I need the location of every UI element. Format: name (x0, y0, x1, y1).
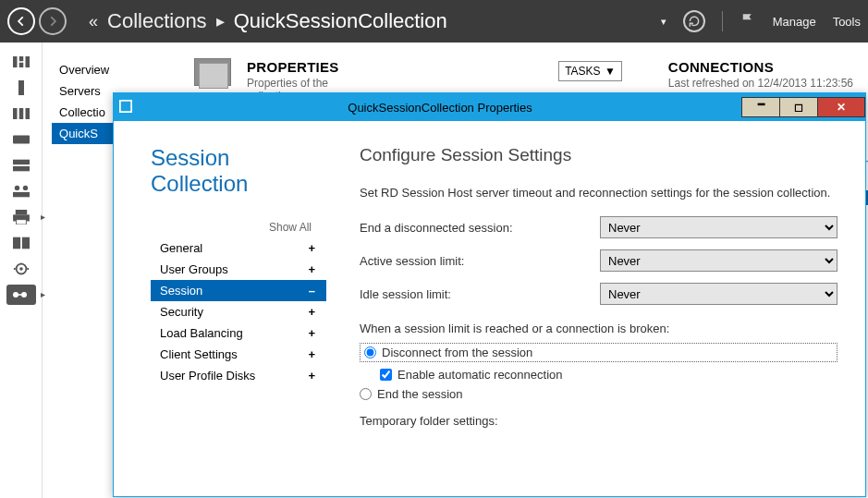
radio-disconnect-row[interactable]: Disconnect from the session (360, 343, 837, 362)
svg-rect-10 (13, 166, 30, 171)
settings-heading: Configure Session Settings (360, 145, 837, 165)
strip-dashboard-icon[interactable] (6, 52, 36, 72)
svg-rect-4 (18, 80, 24, 95)
strip-remote-access-icon[interactable] (6, 233, 36, 253)
svg-rect-0 (13, 56, 18, 67)
cat-label: Security (160, 305, 203, 319)
strip-print-icon[interactable]: ▸ (6, 207, 36, 227)
dialog-left-pane: Session Collection Show All General+ Use… (151, 145, 326, 496)
cat-label: User Groups (160, 262, 228, 276)
svg-rect-16 (16, 220, 26, 225)
svg-rect-17 (13, 237, 20, 249)
divider (722, 11, 723, 31)
svg-point-13 (22, 186, 27, 190)
collection-icon (199, 63, 228, 89)
caret-down-icon: ▼ (605, 65, 616, 78)
select-active-limit[interactable]: Never (600, 249, 837, 272)
expand-icon: + (308, 326, 315, 340)
svg-point-21 (13, 292, 18, 298)
cat-session[interactable]: Session– (151, 280, 326, 301)
label-active-limit: Active session limit: (360, 254, 600, 268)
tasks-dropdown[interactable]: TASKS ▼ (558, 61, 622, 81)
window-controls: ━ ◻ ✕ (742, 97, 865, 117)
connections-title: CONNECTIONS (668, 59, 853, 75)
radio-disconnect[interactable] (364, 346, 376, 358)
cat-client-settings[interactable]: Client Settings+ (151, 344, 326, 365)
radio-disconnect-label: Disconnect from the session (382, 346, 532, 359)
strip-nap-icon[interactable] (6, 181, 36, 201)
cat-label: Load Balancing (160, 326, 243, 340)
cat-label: Client Settings (160, 347, 238, 361)
dialog-body: Session Collection Show All General+ Use… (114, 121, 865, 496)
expand-icon: + (308, 347, 315, 361)
maximize-button[interactable]: ◻ (779, 97, 818, 117)
row-end-disconnected: End a disconnected session: Never (360, 216, 837, 238)
close-button[interactable]: ✕ (817, 97, 865, 117)
select-idle-limit[interactable]: Never (600, 283, 837, 305)
svg-rect-14 (15, 210, 26, 214)
svg-point-22 (21, 292, 27, 298)
broken-connection-label: When a session limit is reached or a con… (360, 322, 837, 335)
svg-rect-7 (25, 108, 30, 119)
svg-rect-5 (13, 108, 18, 119)
strip-local-server-icon[interactable] (6, 78, 36, 98)
svg-rect-24 (121, 101, 131, 111)
refresh-button[interactable] (683, 10, 705, 32)
strip-remote-desktop-icon[interactable] (6, 259, 36, 279)
notifications-flag-icon[interactable] (740, 12, 756, 31)
dialog-titlebar[interactable]: QuickSessionCollection Properties ━ ◻ ✕ (114, 93, 865, 121)
cat-user-groups[interactable]: User Groups+ (151, 259, 326, 280)
cat-label: Session (160, 284, 202, 298)
cat-label: General (160, 241, 202, 255)
check-auto-reconnect-row[interactable]: Enable automatic reconnection (380, 368, 837, 382)
breadcrumb-level1[interactable]: Collections (107, 9, 207, 33)
dropdown-caret-icon[interactable]: ▾ (661, 16, 666, 28)
back-button[interactable] (7, 7, 35, 35)
radio-end[interactable] (360, 388, 372, 400)
expand-icon: + (308, 305, 315, 319)
dialog-title: QuickSessionCollection Properties (138, 101, 742, 115)
forward-button[interactable] (39, 7, 67, 35)
dialog-heading: Session Collection (151, 145, 326, 197)
svg-rect-11 (13, 192, 30, 197)
connections-subtitle: Last refreshed on 12/4/2013 11:23:56 (668, 77, 853, 90)
breadcrumb: « Collections ▸ QuickSessionCollection (89, 9, 447, 33)
nav-overview[interactable]: Overview (52, 59, 162, 80)
label-end-disconnected: End a disconnected session: (360, 221, 600, 235)
row-idle-limit: Idle session limit: Never (360, 283, 837, 305)
strip-file-services-icon[interactable] (6, 129, 36, 150)
topbar-actions: ▾ Manage Tools (661, 10, 861, 32)
cat-security[interactable]: Security+ (151, 301, 326, 322)
tasks-label: TASKS (565, 65, 600, 78)
svg-rect-8 (13, 136, 30, 144)
svg-rect-1 (18, 56, 23, 61)
minimize-button[interactable]: ━ (741, 97, 780, 117)
strip-rds-icon[interactable]: ▸ (6, 285, 36, 305)
check-auto-reconnect-label: Enable automatic reconnection (397, 368, 563, 382)
temp-folder-label: Temporary folder settings: (360, 414, 837, 428)
strip-all-servers-icon[interactable] (6, 103, 36, 124)
breadcrumb-level2[interactable]: QuickSessionCollection (234, 9, 447, 33)
expand-icon: + (308, 369, 315, 383)
check-auto-reconnect[interactable] (380, 369, 392, 381)
manage-menu[interactable]: Manage (773, 15, 816, 29)
radio-end-row[interactable]: End the session (360, 387, 837, 401)
select-end-disconnected[interactable]: Never (600, 216, 837, 238)
breadcrumb-chevrons: « (89, 12, 98, 31)
svg-rect-9 (13, 160, 30, 164)
row-active-limit: Active session limit: Never (360, 249, 837, 272)
category-list: General+ User Groups+ Session– Security+… (151, 237, 326, 386)
chevron-right-icon: ▸ (216, 11, 225, 31)
server-icon-strip: ▸ ▸ (0, 43, 43, 498)
strip-iis-icon[interactable] (6, 155, 36, 176)
svg-rect-3 (25, 56, 30, 67)
cat-general[interactable]: General+ (151, 237, 326, 259)
svg-rect-6 (18, 108, 23, 119)
show-all-link[interactable]: Show All (151, 221, 326, 234)
cat-user-profile-disks[interactable]: User Profile Disks+ (151, 365, 326, 386)
tools-menu[interactable]: Tools (833, 15, 861, 29)
cat-load-balancing[interactable]: Load Balancing+ (151, 322, 326, 344)
radio-end-label: End the session (377, 387, 463, 401)
dialog-right-pane: Configure Session Settings Set RD Sessio… (326, 145, 837, 496)
properties-dialog: QuickSessionCollection Properties ━ ◻ ✕ … (113, 92, 866, 497)
